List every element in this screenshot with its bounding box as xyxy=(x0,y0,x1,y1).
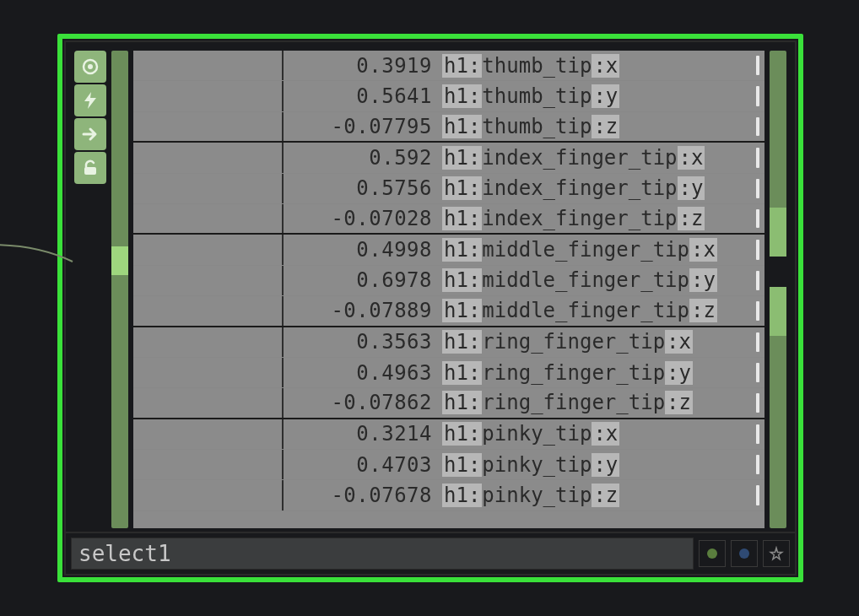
channel-table[interactable]: 0.3919h1:thumb_tip:x0.5641h1:thumb_tip:y… xyxy=(133,51,764,528)
channel-row[interactable]: -0.07795h1:thumb_tip:z xyxy=(133,112,764,143)
output-connector-2[interactable] xyxy=(770,287,786,336)
channel-value: 0.3919 xyxy=(284,54,437,78)
channel-base: middle_finger_tip xyxy=(482,238,689,262)
channel-value: -0.07862 xyxy=(284,391,437,414)
channel-row[interactable]: 0.4998h1:middle_finger_tip:x xyxy=(133,235,764,265)
svg-point-1 xyxy=(88,64,93,69)
channel-value: 0.592 xyxy=(284,146,437,170)
cook-flag[interactable] xyxy=(699,540,726,567)
row-tick xyxy=(756,271,759,290)
lock-button[interactable] xyxy=(74,152,106,184)
channel-prefix: h1: xyxy=(442,453,482,477)
row-gutter xyxy=(133,388,284,417)
channel-prefix: h1: xyxy=(442,238,482,262)
input-connector-track[interactable] xyxy=(111,51,128,528)
channel-value: -0.07028 xyxy=(284,207,437,230)
channel-value: -0.07889 xyxy=(284,299,437,322)
input-connector[interactable] xyxy=(111,246,128,275)
channel-prefix: h1: xyxy=(442,115,482,138)
node-footer: select1 xyxy=(66,532,795,574)
channel-value: 0.3214 xyxy=(284,422,437,446)
channel-value: -0.07678 xyxy=(284,484,437,507)
row-gutter xyxy=(133,266,284,295)
channel-axis: :x xyxy=(678,146,705,170)
target-icon xyxy=(80,57,100,77)
viewer-active-button[interactable] xyxy=(74,51,106,83)
output-connector-track[interactable] xyxy=(770,51,786,528)
channel-value: 0.3563 xyxy=(284,330,437,354)
channel-prefix: h1: xyxy=(442,299,482,322)
channel-prefix: h1: xyxy=(442,84,482,108)
channel-name: h1:thumb_tip:z xyxy=(437,115,764,138)
row-tick xyxy=(756,424,759,444)
channel-prefix: h1: xyxy=(442,54,482,78)
channel-base: ring_finger_tip xyxy=(482,361,665,385)
display-flag[interactable] xyxy=(763,540,790,567)
channel-name: h1:thumb_tip:y xyxy=(437,84,764,108)
row-gutter xyxy=(133,112,284,141)
row-tick xyxy=(756,301,759,320)
star-icon xyxy=(769,546,784,561)
channel-base: middle_finger_tip xyxy=(482,268,689,292)
channel-name: h1:pinky_tip:x xyxy=(437,422,764,446)
channel-row[interactable]: 0.5641h1:thumb_tip:y xyxy=(133,81,764,111)
channel-prefix: h1: xyxy=(442,207,482,230)
node-flags xyxy=(699,540,790,567)
channel-row[interactable]: 0.592h1:index_finger_tip:x xyxy=(133,143,764,173)
output-gap xyxy=(770,257,786,287)
row-tick xyxy=(756,240,759,259)
channel-name: h1:pinky_tip:y xyxy=(437,453,764,477)
row-gutter xyxy=(133,174,284,203)
channel-value: 0.5641 xyxy=(284,84,437,108)
channel-base: ring_finger_tip xyxy=(482,330,665,354)
channel-name: h1:pinky_tip:z xyxy=(437,484,764,507)
jump-button[interactable] xyxy=(74,118,106,150)
channel-base: index_finger_tip xyxy=(482,207,677,230)
channel-row[interactable]: 0.4963h1:ring_finger_tip:y xyxy=(133,358,764,388)
channel-row[interactable]: 0.3563h1:ring_finger_tip:x xyxy=(133,327,764,358)
activate-button[interactable] xyxy=(74,84,106,116)
row-gutter xyxy=(133,51,284,80)
channel-axis: :z xyxy=(592,484,619,507)
channel-row[interactable]: 0.4703h1:pinky_tip:y xyxy=(133,450,764,480)
row-tick xyxy=(756,393,759,412)
channel-row[interactable]: -0.07889h1:middle_finger_tip:z xyxy=(133,296,764,327)
node-body: 0.3919h1:thumb_tip:x0.5641h1:thumb_tip:y… xyxy=(66,42,795,532)
channel-base: index_finger_tip xyxy=(482,176,677,200)
channel-value: -0.07795 xyxy=(284,115,437,138)
channel-row[interactable]: -0.07028h1:index_finger_tip:z xyxy=(133,204,764,235)
channel-row[interactable]: 0.3919h1:thumb_tip:x xyxy=(133,51,764,81)
row-gutter xyxy=(133,204,284,233)
channel-base: middle_finger_tip xyxy=(482,299,689,322)
row-tick xyxy=(756,332,759,352)
output-connector-1[interactable] xyxy=(770,208,786,257)
row-gutter xyxy=(133,358,284,387)
channel-prefix: h1: xyxy=(442,268,482,292)
channel-axis: :x xyxy=(689,238,717,262)
row-gutter xyxy=(133,450,284,479)
row-gutter xyxy=(133,419,284,449)
channel-name: h1:index_finger_tip:x xyxy=(437,146,764,170)
channel-row[interactable]: 0.5756h1:index_finger_tip:y xyxy=(133,174,764,204)
channel-axis: :x xyxy=(665,330,693,354)
node-name-field[interactable]: select1 xyxy=(71,538,694,570)
channel-axis: :y xyxy=(689,268,717,292)
channel-row[interactable]: -0.07678h1:pinky_tip:z xyxy=(133,480,764,511)
row-tick xyxy=(756,179,759,198)
channel-axis: :x xyxy=(592,54,619,78)
channel-row[interactable]: 0.6978h1:middle_finger_tip:y xyxy=(133,266,764,296)
channel-row[interactable]: 0.3214h1:pinky_tip:x xyxy=(133,419,764,450)
channel-name: h1:middle_finger_tip:x xyxy=(437,238,764,262)
channel-row[interactable]: -0.07862h1:ring_finger_tip:z xyxy=(133,388,764,419)
lightning-icon xyxy=(80,90,100,111)
row-tick xyxy=(756,56,759,75)
bypass-flag[interactable] xyxy=(731,540,758,567)
select-chop-node[interactable]: 0.3919h1:thumb_tip:x0.5641h1:thumb_tip:y… xyxy=(64,41,797,575)
node-name-text: select1 xyxy=(78,541,171,566)
channel-name: h1:middle_finger_tip:z xyxy=(437,299,764,322)
row-tick xyxy=(756,209,759,228)
channel-base: pinky_tip xyxy=(482,422,592,446)
channel-name: h1:ring_finger_tip:x xyxy=(437,330,764,354)
channel-axis: :z xyxy=(689,299,717,322)
channel-value: 0.4998 xyxy=(284,238,437,262)
